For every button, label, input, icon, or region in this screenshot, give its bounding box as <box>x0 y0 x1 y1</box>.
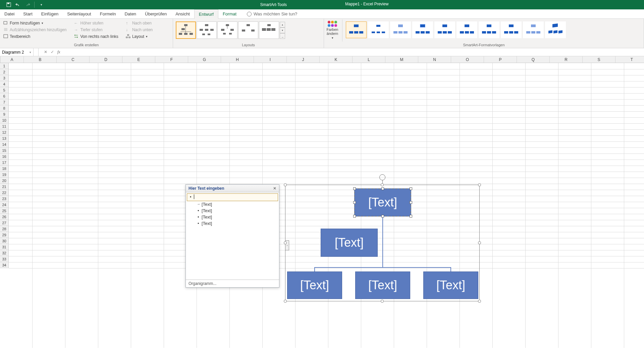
tell-me[interactable]: Was möchten Sie tun? <box>241 9 297 18</box>
add-shape-button[interactable]: Form hinzufügen ▾ <box>2 20 68 26</box>
resize-handle[interactable] <box>381 300 384 303</box>
smartart-text-pane[interactable]: Hier Text eingeben ✕ [Text] [Text] [Text… <box>185 184 279 288</box>
row-header[interactable]: 7 <box>0 99 9 105</box>
row-header[interactable]: 21 <box>0 184 9 190</box>
row-header[interactable]: 29 <box>0 232 9 238</box>
resize-handle[interactable] <box>284 300 287 303</box>
tab-seitenlayout[interactable]: Seitenlayout <box>63 9 96 18</box>
column-header[interactable]: F <box>155 56 188 63</box>
column-header[interactable]: H <box>221 56 254 63</box>
column-header[interactable]: O <box>451 56 484 63</box>
column-header[interactable]: T <box>615 56 644 63</box>
style-option-1[interactable] <box>346 21 367 38</box>
smartart-node-selected[interactable]: [Text] <box>354 188 411 217</box>
tab-uberprufen[interactable]: Überprüfen <box>141 9 171 18</box>
text-pane-item[interactable]: [Text] <box>187 220 278 227</box>
tab-einfugen[interactable]: Einfügen <box>37 9 63 18</box>
rtl-button[interactable]: Von rechts nach links <box>72 34 119 40</box>
smartart-node[interactable]: [Text] <box>355 272 410 299</box>
text-pane-item-editing[interactable] <box>187 193 278 201</box>
row-header[interactable]: 10 <box>0 117 9 123</box>
row-header[interactable]: 3 <box>0 75 9 81</box>
layout-gallery-scroll[interactable]: ▴▾⎯ <box>280 22 285 39</box>
column-header[interactable]: A <box>0 56 24 63</box>
column-header[interactable]: C <box>57 56 90 63</box>
style-option-5[interactable] <box>434 21 455 38</box>
column-header[interactable]: N <box>418 56 451 63</box>
row-header[interactable]: 26 <box>0 214 9 220</box>
row-header[interactable]: 22 <box>0 190 9 196</box>
column-header[interactable]: B <box>24 56 57 63</box>
column-header[interactable]: R <box>550 56 583 63</box>
row-header[interactable]: 27 <box>0 220 9 226</box>
row-header[interactable]: 18 <box>0 166 9 172</box>
smartart-node[interactable]: [Text] <box>423 272 478 299</box>
row-header[interactable]: 31 <box>0 244 9 250</box>
row-header[interactable]: 14 <box>0 141 9 147</box>
layout-option-5[interactable] <box>259 21 279 39</box>
layout-option-3[interactable] <box>217 21 237 39</box>
tab-entwurf[interactable]: Entwurf <box>194 9 218 19</box>
resize-handle[interactable] <box>284 183 287 186</box>
row-header[interactable]: 1 <box>0 63 9 69</box>
row-header[interactable]: 20 <box>0 178 9 184</box>
row-header[interactable]: 15 <box>0 147 9 154</box>
close-icon[interactable]: ✕ <box>273 186 276 191</box>
row-header[interactable]: 9 <box>0 111 9 117</box>
row-header[interactable]: 28 <box>0 226 9 232</box>
resize-handle[interactable] <box>284 241 287 244</box>
cancel-icon[interactable]: ✕ <box>44 50 47 55</box>
text-pane-toggle[interactable]: Textbereich <box>2 34 68 40</box>
row-header[interactable]: 24 <box>0 202 9 208</box>
column-header[interactable]: Q <box>517 56 550 63</box>
column-header[interactable]: E <box>122 56 155 63</box>
style-option-6[interactable] <box>457 21 477 38</box>
smartart-frame[interactable]: [Text] [Text] [Text] [Text] [Text] <box>285 185 480 301</box>
row-header[interactable]: 6 <box>0 93 9 99</box>
row-header[interactable]: 11 <box>0 123 9 129</box>
text-pane-item[interactable]: [Text] <box>187 207 278 214</box>
row-header[interactable]: 33 <box>0 256 9 262</box>
row-header[interactable]: 13 <box>0 135 9 141</box>
row-header[interactable]: 30 <box>0 238 9 244</box>
column-header[interactable]: G <box>188 56 221 63</box>
column-header[interactable]: P <box>484 56 517 63</box>
style-option-9[interactable] <box>523 21 544 38</box>
row-header[interactable]: 2 <box>0 69 9 75</box>
smartart-node[interactable]: [Text] <box>321 229 378 257</box>
undo-icon[interactable] <box>15 2 21 7</box>
text-pane-item[interactable]: [Text] <box>187 201 278 207</box>
row-header[interactable]: 23 <box>0 196 9 202</box>
resize-handle[interactable] <box>478 183 481 186</box>
column-header[interactable]: D <box>90 56 122 63</box>
fx-icon[interactable]: fx <box>57 50 60 55</box>
row-header[interactable]: 8 <box>0 105 9 111</box>
resize-handle[interactable] <box>381 183 384 186</box>
tab-format[interactable]: Format <box>218 9 241 18</box>
redo-icon[interactable] <box>25 2 30 7</box>
layout-option-1[interactable] <box>176 21 196 39</box>
tab-daten[interactable]: Daten <box>120 9 141 18</box>
row-header[interactable]: 12 <box>0 129 9 135</box>
layout-button[interactable]: Layout ▾ <box>124 34 154 40</box>
save-icon[interactable] <box>6 2 11 7</box>
row-header[interactable]: 25 <box>0 208 9 214</box>
row-header[interactable]: 19 <box>0 172 9 178</box>
smartart-node[interactable]: [Text] <box>287 272 342 299</box>
style-option-8[interactable] <box>501 21 522 38</box>
resize-handle[interactable] <box>478 241 481 244</box>
row-header[interactable]: 32 <box>0 250 9 256</box>
resize-handle[interactable] <box>478 300 481 303</box>
column-header[interactable]: M <box>385 56 418 63</box>
style-option-7[interactable] <box>479 21 499 38</box>
style-option-3[interactable] <box>390 21 411 38</box>
column-header[interactable]: L <box>353 56 385 63</box>
tab-datei[interactable]: Datei <box>0 9 19 18</box>
rotate-handle-icon[interactable] <box>379 174 385 180</box>
layout-option-4[interactable] <box>238 21 258 39</box>
style-option-10[interactable] <box>545 21 566 38</box>
change-colors-button[interactable]: Farben ändern▾ <box>325 19 340 40</box>
column-header[interactable]: J <box>287 56 320 63</box>
enter-icon[interactable]: ✓ <box>51 50 54 55</box>
style-option-2[interactable] <box>368 21 389 38</box>
